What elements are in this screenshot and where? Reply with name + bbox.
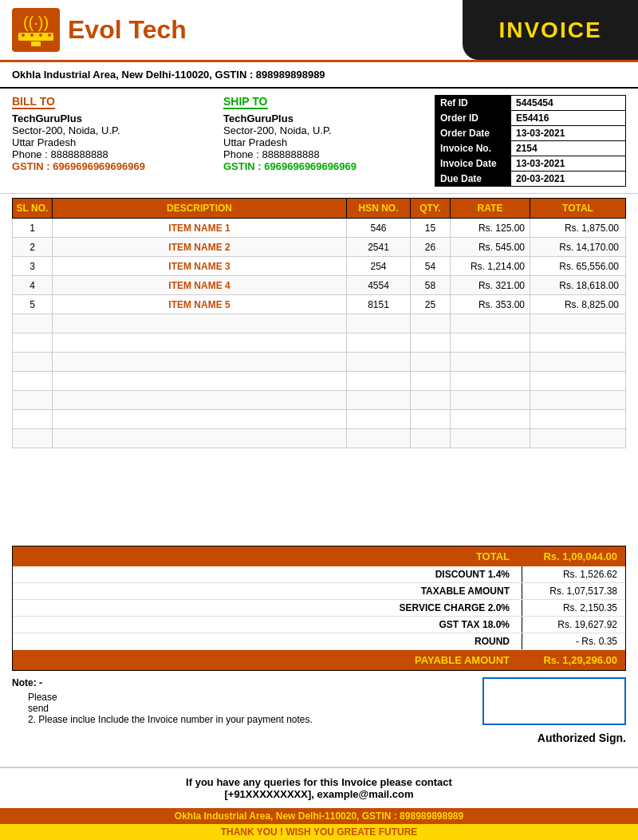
service-row: SERVICE CHARGE 2.0% Rs. 2,150.35 <box>13 600 625 617</box>
wifi-icon: ((·)) <box>23 14 49 30</box>
item-rate: Rs. 353.00 <box>451 295 530 314</box>
table-row: 4 ITEM NAME 4 4554 58 Rs. 321.00 Rs. 18,… <box>13 276 626 295</box>
due-date-label: Due Date <box>435 172 511 187</box>
order-date-value: 13-03-2021 <box>511 126 626 141</box>
invoice-title-area: INVOICE <box>463 0 638 60</box>
bill-to-area: BILL TO TechGuruPlus Sector-200, Noida, … <box>12 95 215 187</box>
table-row: 3 ITEM NAME 3 254 54 Rs. 1,214.00 Rs. 65… <box>13 257 626 276</box>
col-rate: RATE <box>451 199 530 219</box>
item-rate: Rs. 545.00 <box>451 238 530 257</box>
item-total: Rs. 14,170.00 <box>530 238 626 257</box>
due-date-value: 20-03-2021 <box>511 172 626 187</box>
item-sl: 3 <box>13 257 53 276</box>
ship-to-label: SHIP TO <box>223 95 268 109</box>
empty-row <box>13 410 626 429</box>
ref-id-value: 5445454 <box>511 96 626 111</box>
bill-ship-section: BILL TO TechGuruPlus Sector-200, Noida, … <box>0 89 638 194</box>
notes-right: Authorized Sign. <box>467 677 626 760</box>
round-value: - Rs. 0.35 <box>522 633 625 649</box>
due-date-row: Due Date 20-03-2021 <box>435 172 626 187</box>
item-hsn: 2541 <box>347 238 411 257</box>
invoice-title: INVOICE <box>475 18 625 43</box>
item-sl: 2 <box>13 238 53 257</box>
payable-label: PAYABLE AMOUNT <box>282 650 522 670</box>
ship-phone: Phone : 8888888888 <box>223 148 427 160</box>
ref-id-row: Ref ID 5445454 <box>435 96 626 111</box>
invoice-no-row: Invoice No. 2154 <box>435 141 626 156</box>
item-name: ITEM NAME 3 <box>53 257 347 276</box>
col-hsn-no: HSN NO. <box>347 199 411 219</box>
order-id-row: Order ID E54416 <box>435 111 626 126</box>
gst-row: GST TAX 18.0% Rs. 19,627.92 <box>13 617 625 633</box>
gst-label: GST TAX 18.0% <box>282 617 522 633</box>
note-line2: send <box>28 703 459 714</box>
notes-section: Note: - Please send 2. Please inclue Inc… <box>0 671 638 767</box>
bill-gstin: GSTIN : 6969696969696969 <box>12 160 215 172</box>
ref-table: Ref ID 5445454 Order ID E54416 Order Dat… <box>435 95 626 187</box>
taxable-value: Rs. 1,07,517.38 <box>522 583 625 599</box>
company-address-bar: Okhla Industrial Area, New Delhi-110020,… <box>0 62 638 89</box>
invoice-date-row: Invoice Date 13-03-2021 <box>435 156 626 172</box>
table-row: 2 ITEM NAME 2 2541 26 Rs. 545.00 Rs. 14,… <box>13 238 626 257</box>
empty-row <box>13 353 626 372</box>
router-dot <box>39 34 42 37</box>
items-section: SL NO. DESCRIPTION HSN NO. QTY. RATE TOT… <box>0 194 638 546</box>
order-id-value: E54416 <box>511 111 626 126</box>
ship-to-area: SHIP TO TechGuruPlus Sector-200, Noida, … <box>223 95 427 187</box>
discount-label: DISCOUNT 1.4% <box>282 566 522 582</box>
item-name: ITEM NAME 1 <box>53 219 347 238</box>
round-row: ROUND - Rs. 0.35 <box>13 633 625 650</box>
item-qty: 26 <box>411 238 451 257</box>
service-value: Rs. 2,150.35 <box>522 600 625 616</box>
invoice-date-value: 13-03-2021 <box>511 156 626 172</box>
item-hsn: 254 <box>347 257 411 276</box>
payable-row: PAYABLE AMOUNT Rs. 1,29,296.00 <box>13 650 625 670</box>
item-name: ITEM NAME 2 <box>53 238 347 257</box>
round-label: ROUND <box>282 633 522 649</box>
ship-address1: Sector-200, Noida, U.P. <box>223 124 427 136</box>
item-hsn: 4554 <box>347 276 411 295</box>
order-id-label: Order ID <box>435 111 511 126</box>
total-row: TOTAL Rs. 1,09,044.00 <box>13 546 625 566</box>
item-total: Rs. 1,875.00 <box>530 219 626 238</box>
logo-icon: ((·)) <box>12 8 60 52</box>
router-body <box>18 33 53 41</box>
header: ((·)) Evol Tech I <box>0 0 638 62</box>
taxable-label: TAXABLE AMOUNT <box>282 583 522 599</box>
calc-rows: DISCOUNT 1.4% Rs. 1,526.62 TAXABLE AMOUN… <box>13 566 625 650</box>
item-sl: 4 <box>13 276 53 295</box>
router-dot <box>48 34 51 37</box>
item-total: Rs. 65,556.00 <box>530 257 626 276</box>
empty-row <box>13 372 626 391</box>
company-name: Evol Tech <box>68 15 187 45</box>
footer-query: If you have any queries for this Invoice… <box>0 767 638 808</box>
table-row: 5 ITEM NAME 5 8151 25 Rs. 353.00 Rs. 8,8… <box>13 295 626 314</box>
item-rate: Rs. 125.00 <box>451 219 530 238</box>
item-name: ITEM NAME 4 <box>53 276 347 295</box>
order-date-row: Order Date 13-03-2021 <box>435 126 626 141</box>
note-line3: 2. Please inclue Include the Invoice num… <box>28 714 459 725</box>
item-qty: 58 <box>411 276 451 295</box>
discount-row: DISCOUNT 1.4% Rs. 1,526.62 <box>13 566 625 583</box>
invoice-no-label: Invoice No. <box>435 141 511 156</box>
payable-value: Rs. 1,29,296.00 <box>522 650 625 670</box>
bill-address2: Uttar Pradesh <box>12 136 215 148</box>
item-total: Rs. 18,618.00 <box>530 276 626 295</box>
bill-address1: Sector-200, Noida, U.P. <box>12 124 215 136</box>
order-date-label: Order Date <box>435 126 511 141</box>
items-table: SL NO. DESCRIPTION HSN NO. QTY. RATE TOT… <box>12 198 626 448</box>
router-legs <box>31 41 41 46</box>
ship-address2: Uttar Pradesh <box>223 136 427 148</box>
note-line1: Please <box>28 692 459 703</box>
col-sl-no: SL NO. <box>13 199 53 219</box>
invoice-page: ((·)) Evol Tech I <box>0 0 638 840</box>
empty-row <box>13 314 626 333</box>
empty-row <box>13 391 626 410</box>
item-qty: 15 <box>411 219 451 238</box>
signature-box <box>482 677 626 725</box>
bill-company: TechGuruPlus <box>12 112 215 124</box>
empty-row <box>13 333 626 353</box>
footer-address: Okhla Industrial Area, New Delhi-110020,… <box>0 808 638 824</box>
item-name: ITEM NAME 5 <box>53 295 347 314</box>
ship-gstin: GSTIN : 6969696969696969 <box>223 160 427 172</box>
